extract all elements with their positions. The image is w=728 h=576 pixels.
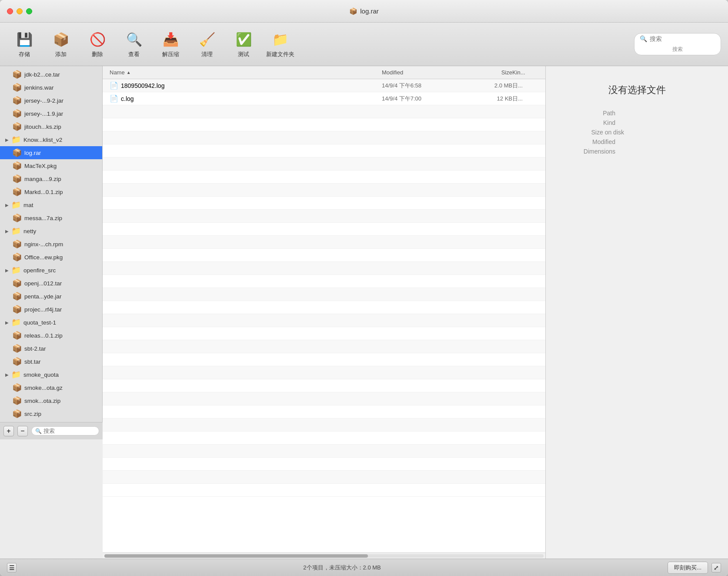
sidebar-item-label: openfire_src xyxy=(23,267,56,274)
file-row[interactable]: 📄 1809500942.log 14/9/4 下午6:58 2.0 MB 日.… xyxy=(103,79,545,92)
info-kind-row: Kind xyxy=(546,119,728,126)
file-row-empty xyxy=(103,262,545,275)
file-type-icon: 📦 xyxy=(12,252,22,262)
file-name-text: 1809500942.log xyxy=(121,82,164,89)
sidebar-item-office[interactable]: 📦 Office...ew.pkg xyxy=(0,251,102,264)
sidebar-item-nginx[interactable]: 📦 nginx-...ch.rpm xyxy=(0,238,102,251)
sidebar-item-smoke_gz[interactable]: 📦 smoke...ota.gz xyxy=(0,381,102,394)
sidebar-item-quota[interactable]: ▶ 📁 quota_test-1 xyxy=(0,316,102,329)
col-kind-header[interactable]: Kin... xyxy=(512,69,538,76)
search-input[interactable] xyxy=(650,35,715,42)
file-row-empty xyxy=(103,301,545,314)
file-type-icon: 📁 xyxy=(11,226,21,236)
no-selection-title: 没有选择文件 xyxy=(608,84,666,97)
save-button[interactable]: 💾 存储 xyxy=(7,27,42,62)
sidebar-item-projec[interactable]: 📦 projec...rf4j.tar xyxy=(0,303,102,316)
file-type-icon: 📦 xyxy=(12,344,22,353)
sidebar-item-label: jdk-b2...ce.tar xyxy=(24,71,60,78)
toolbar-search[interactable]: 🔍 搜索 xyxy=(634,33,721,55)
sidebar-search[interactable]: 🔍 xyxy=(31,426,99,435)
sidebar-item-sbt2[interactable]: 📦 sbt-2.tar xyxy=(0,342,102,355)
sidebar-item-jdk[interactable]: 📦 jdk-b2...ce.tar xyxy=(0,68,102,81)
main-content: 📦 jdk-b2...ce.tar 📦 jenkins.war 📦 jersey… xyxy=(0,66,728,559)
col-modified-header[interactable]: Modified xyxy=(382,69,469,76)
clean-icon: 🧹 xyxy=(198,30,216,49)
save-icon: 💾 xyxy=(15,30,33,49)
test-button[interactable]: ✅ 测试 xyxy=(226,27,261,62)
info-modified-label: Modified xyxy=(563,138,615,145)
file-type-icon: 📦 xyxy=(12,109,22,118)
sidebar-item-lograr[interactable]: 📦 log.rar xyxy=(0,146,102,159)
file-row-empty xyxy=(103,419,545,432)
minimize-button[interactable] xyxy=(17,8,23,14)
newfolder-button[interactable]: 📁 新建文件夹 xyxy=(263,27,297,62)
scrollbar-thumb[interactable] xyxy=(104,554,368,558)
horizontal-scrollbar[interactable] xyxy=(103,553,545,559)
add-button[interactable]: 📦 添加 xyxy=(43,27,78,62)
sidebar-item-jitouch[interactable]: 📦 jitouch...ks.zip xyxy=(0,120,102,133)
sidebar-add-button[interactable]: + xyxy=(3,426,14,436)
sidebar-item-smoke_quota[interactable]: ▶ 📁 smoke_quota xyxy=(0,368,102,381)
extract-button[interactable]: 📥 解压缩 xyxy=(153,27,188,62)
sidebar-item-openfire[interactable]: ▶ 📁 openfire_src xyxy=(0,264,102,277)
sidebar-item-jersey2[interactable]: 📦 jersey-...1.9.jar xyxy=(0,107,102,120)
file-row-empty xyxy=(103,223,545,236)
maximize-button[interactable] xyxy=(26,8,32,14)
sidebar-item-mat[interactable]: ▶ 📁 mat xyxy=(0,198,102,211)
file-type-icon: 📦 xyxy=(12,187,22,197)
newfolder-icon: 📁 xyxy=(271,30,289,49)
sidebar-item-label: MacTeX.pkg xyxy=(24,163,57,169)
expand-button[interactable]: ⤢ xyxy=(711,563,721,573)
sidebar-remove-button[interactable]: − xyxy=(17,426,28,436)
add-icon: 📦 xyxy=(52,30,70,49)
file-row-empty xyxy=(103,197,545,210)
file-type-icon: 📁 xyxy=(11,265,21,275)
sidebar-item-penta[interactable]: 📦 penta...yde.jar xyxy=(0,290,102,303)
sidebar-item-mactex[interactable]: 📦 MacTeX.pkg xyxy=(0,159,102,172)
file-row[interactable]: 📄 c.log 14/9/4 下午7:00 12 KB 日... xyxy=(103,92,545,105)
expand-icon: ⤢ xyxy=(714,564,719,571)
sidebar-item-label: jersey-...1.9.jar xyxy=(24,111,63,117)
file-type-icon: 📁 xyxy=(11,318,21,327)
sidebar-item-label: mat xyxy=(23,202,33,208)
file-type-icon: 📦 xyxy=(12,174,22,184)
sidebar-item-srczip[interactable]: 📦 src.zip xyxy=(0,407,102,420)
sidebar-item-netty[interactable]: ▶ 📁 netty xyxy=(0,224,102,238)
sidebar-item-openj[interactable]: 📦 openj...012.tar xyxy=(0,277,102,290)
file-type-icon: 📦 xyxy=(12,161,22,171)
sidebar-item-label: projec...rf4j.tar xyxy=(24,306,62,313)
file-row-empty xyxy=(103,184,545,197)
sidebar-item-markd[interactable]: 📦 Markd...0.1.zip xyxy=(0,185,102,198)
status-list-icon[interactable]: ☰ xyxy=(7,563,17,573)
sidebar-item-messa[interactable]: 📦 messa...7a.zip xyxy=(0,211,102,224)
sidebar-item-label: sbt-2.tar xyxy=(24,345,46,352)
info-dimensions-row: Dimensions xyxy=(546,148,728,155)
sidebar-item-know[interactable]: ▶ 📁 Know...klist_v2 xyxy=(0,133,102,146)
col-name-header[interactable]: Name ▲ xyxy=(110,69,382,76)
sidebar-item-smok_zip[interactable]: 📦 smok...ota.zip xyxy=(0,394,102,407)
col-kind-label: Kin... xyxy=(512,69,525,76)
sidebar-item-jersey1[interactable]: 📦 jersey-...9-2.jar xyxy=(0,94,102,107)
sidebar-item-manga[interactable]: 📦 manga....9.zip xyxy=(0,172,102,185)
file-row-empty xyxy=(103,157,545,171)
close-button[interactable] xyxy=(7,8,13,14)
delete-button[interactable]: 🚫 删除 xyxy=(80,27,115,62)
file-modified: 14/9/4 下午6:58 xyxy=(382,82,469,90)
titlebar: 📦 log.rar xyxy=(0,0,728,23)
buy-button[interactable]: 即刻购买... xyxy=(668,562,708,574)
col-size-header[interactable]: Size xyxy=(469,69,512,76)
sidebar-item-jenkins[interactable]: 📦 jenkins.war xyxy=(0,81,102,94)
sidebar-item-sbt[interactable]: 📦 sbt.tar xyxy=(0,355,102,368)
file-row-empty xyxy=(103,131,545,144)
file-row-empty xyxy=(103,144,545,157)
file-row-empty xyxy=(103,471,545,484)
clean-button[interactable]: 🧹 清理 xyxy=(190,27,224,62)
sidebar-item-releas[interactable]: 📦 releas...0.1.zip xyxy=(0,329,102,342)
file-type-icon: 📦 xyxy=(12,122,22,131)
view-icon: 🔍 xyxy=(125,30,143,49)
file-row-empty xyxy=(103,275,545,288)
view-button[interactable]: 🔍 查看 xyxy=(117,27,151,62)
delete-icon: 🚫 xyxy=(88,30,107,49)
sidebar-search-input[interactable] xyxy=(43,428,95,434)
file-row-empty xyxy=(103,458,545,471)
